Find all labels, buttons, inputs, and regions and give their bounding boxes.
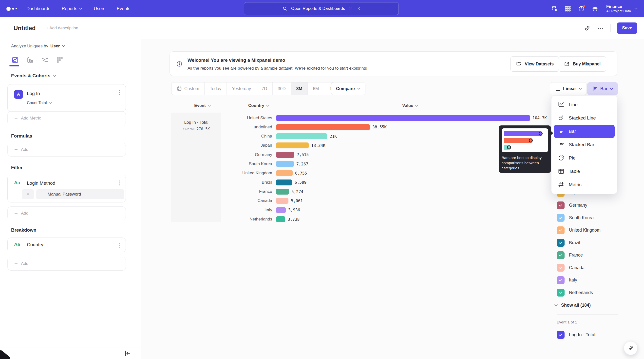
- bar-category-label[interactable]: Germany: [183, 152, 272, 157]
- metric-card[interactable]: A Log In Count Total: [8, 84, 126, 112]
- bar-segment[interactable]: [276, 170, 293, 176]
- legend-item-canada[interactable]: Canada: [557, 261, 584, 274]
- copy-link-icon[interactable]: [584, 25, 591, 32]
- bar-category-label[interactable]: Canada: [183, 198, 272, 203]
- bar-segment[interactable]: [276, 133, 327, 139]
- bar-segment[interactable]: [276, 124, 370, 130]
- bar-segment[interactable]: [276, 115, 530, 121]
- nav-events[interactable]: Events: [117, 6, 130, 11]
- filter-card[interactable]: Aa Login Method = Manual Password: [8, 175, 126, 202]
- column-header-event[interactable]: Event: [194, 103, 211, 108]
- bar-segment[interactable]: [276, 161, 294, 167]
- range-6m[interactable]: 6M: [308, 83, 324, 95]
- buy-mixpanel-button[interactable]: Buy Mixpanel: [558, 56, 606, 72]
- bar-segment[interactable]: [276, 189, 289, 195]
- nav-reports[interactable]: Reports: [62, 6, 82, 11]
- help-icon[interactable]: [578, 6, 585, 12]
- bar-category-label[interactable]: China: [183, 134, 272, 139]
- legend-item-france[interactable]: France: [557, 249, 583, 261]
- view-datasets-button[interactable]: View Datasets: [510, 56, 559, 72]
- range-custom[interactable]: Custom: [172, 83, 204, 95]
- metric-aggregation[interactable]: Count Total: [27, 101, 52, 105]
- bar-category-label[interactable]: undefined: [183, 125, 272, 130]
- chart-type-bar[interactable]: Bar: [554, 125, 615, 138]
- bar-segment[interactable]: [276, 152, 294, 158]
- settings-gear-icon[interactable]: [592, 6, 598, 12]
- show-all-button[interactable]: Show all (184): [554, 299, 591, 311]
- tab-flows-icon[interactable]: [41, 56, 48, 64]
- more-options-icon[interactable]: [597, 25, 604, 32]
- bar-category-label[interactable]: Brazil: [183, 180, 272, 185]
- kebab-menu-icon[interactable]: [119, 242, 120, 248]
- mixpanel-logo-icon[interactable]: [6, 7, 17, 11]
- checkbox-checked[interactable]: [557, 289, 564, 296]
- bar-category-label[interactable]: United Kingdom: [183, 171, 272, 176]
- bar-category-label[interactable]: South Korea: [183, 161, 272, 166]
- column-header-country[interactable]: Country: [248, 103, 270, 108]
- breakdown-card[interactable]: Aa Country: [8, 237, 126, 252]
- apps-grid-icon[interactable]: [564, 6, 571, 12]
- range-today[interactable]: Today: [204, 83, 227, 95]
- legend-event-row[interactable]: Log In - Total: [557, 329, 596, 341]
- global-search-input[interactable]: Open Reports & Dashboards ⌘ + K: [244, 2, 399, 15]
- chart-type-line[interactable]: Line: [554, 98, 615, 111]
- tab-insights-icon[interactable]: [11, 56, 19, 64]
- bar-segment[interactable]: [276, 216, 285, 222]
- legend-item-south-korea[interactable]: South Korea: [557, 212, 594, 224]
- chart-type-stacked-line[interactable]: Stacked Line: [554, 111, 615, 125]
- collapse-sidebar-icon[interactable]: [124, 350, 131, 357]
- checkbox-checked[interactable]: [557, 201, 564, 209]
- bar-segment[interactable]: [276, 142, 309, 148]
- kebab-menu-icon[interactable]: [119, 180, 120, 186]
- checkbox-checked[interactable]: [557, 239, 564, 247]
- filter-value-input[interactable]: Manual Password: [36, 189, 124, 199]
- bar-category-label[interactable]: United States: [183, 116, 272, 121]
- chart-type-stacked-bar[interactable]: Stacked Bar: [554, 138, 615, 151]
- legend-item-netherlands[interactable]: Netherlands: [557, 286, 593, 299]
- metric-event-name[interactable]: Log In: [27, 91, 40, 96]
- compare-button[interactable]: Compare: [331, 82, 366, 95]
- checkbox-checked[interactable]: [557, 226, 564, 234]
- report-title[interactable]: Untitled: [14, 25, 36, 32]
- checkbox-checked[interactable]: [557, 214, 564, 222]
- checkbox-checked[interactable]: [557, 331, 564, 339]
- add-description-field[interactable]: + Add description...: [46, 26, 82, 31]
- checkbox-checked[interactable]: [557, 276, 564, 284]
- add-formula-button[interactable]: Add: [8, 143, 126, 157]
- add-filter-button[interactable]: Add: [8, 206, 126, 220]
- bar-category-label[interactable]: Netherlands: [183, 217, 272, 222]
- legend-item-italy[interactable]: Italy: [557, 274, 577, 286]
- share-link-button[interactable]: [624, 341, 638, 355]
- save-button[interactable]: Save: [617, 23, 637, 34]
- add-breakdown-button[interactable]: Add: [8, 257, 126, 271]
- checkbox-checked[interactable]: [557, 251, 564, 259]
- scale-selector-button[interactable]: Linear: [550, 82, 587, 95]
- range-yesterday[interactable]: Yesterday: [227, 83, 256, 95]
- chart-type-button[interactable]: Bar: [587, 82, 618, 95]
- tab-funnels-icon[interactable]: [26, 56, 34, 64]
- filter-operator[interactable]: =: [22, 189, 34, 199]
- project-switcher[interactable]: Finance All Project Data: [606, 4, 638, 13]
- chart-type-table[interactable]: Table: [554, 165, 615, 178]
- bar-segment[interactable]: [276, 207, 286, 213]
- tab-retention-icon[interactable]: [56, 56, 64, 64]
- bar-category-label[interactable]: Japan: [183, 143, 272, 148]
- bar-category-label[interactable]: France: [183, 189, 272, 194]
- legend-item-germany[interactable]: Germany: [557, 199, 587, 212]
- checkbox-checked[interactable]: [557, 264, 564, 272]
- range-7d[interactable]: 7D: [256, 83, 272, 95]
- breakdown-property[interactable]: Country: [27, 242, 44, 247]
- nav-users[interactable]: Users: [94, 6, 105, 11]
- range-30d[interactable]: 30D: [273, 83, 291, 95]
- bar-segment[interactable]: [276, 198, 288, 204]
- add-metric-button[interactable]: Add Metric: [8, 111, 126, 125]
- events-cohorts-header[interactable]: Events & Cohorts: [11, 73, 56, 79]
- data-management-icon[interactable]: [551, 6, 558, 12]
- column-header-value[interactable]: Value: [402, 103, 418, 108]
- bar-segment[interactable]: [276, 180, 292, 185]
- nav-dashboards[interactable]: Dashboards: [26, 6, 50, 11]
- range-3m[interactable]: 3M: [291, 83, 308, 95]
- kebab-menu-icon[interactable]: [119, 89, 120, 95]
- chart-type-metric[interactable]: Metric: [554, 178, 615, 191]
- filter-property[interactable]: Login Method: [27, 180, 55, 186]
